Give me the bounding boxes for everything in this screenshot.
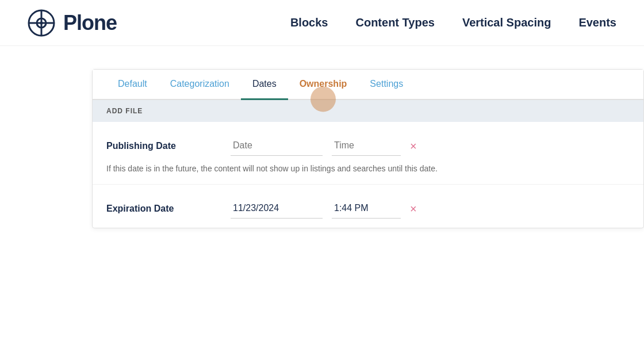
publishing-time-input[interactable]: [332, 136, 401, 156]
tab-settings[interactable]: Settings: [358, 70, 415, 100]
expiration-date-clear-button[interactable]: ×: [405, 201, 421, 217]
header: Plone Blocks Content Types Vertical Spac…: [0, 0, 644, 46]
section-label: ADD FILE: [93, 100, 643, 122]
logo: Plone: [28, 9, 117, 37]
main-nav: Blocks Content Types Vertical Spacing Ev…: [290, 16, 616, 29]
logo-wordmark: Plone: [63, 11, 117, 35]
expiration-time-input[interactable]: [332, 198, 401, 219]
tab-dates[interactable]: Dates: [241, 70, 288, 100]
tab-categorization[interactable]: Categorization: [159, 70, 241, 100]
main-content: Default Categorization Dates Ownership S…: [0, 46, 644, 228]
expiration-date-input[interactable]: [231, 198, 323, 219]
publishing-date-clear-button[interactable]: ×: [405, 138, 421, 154]
nav-item-content-types[interactable]: Content Types: [355, 16, 434, 29]
tab-ownership[interactable]: Ownership: [288, 70, 359, 100]
publishing-date-section: Publishing Date × If this date is in the…: [93, 122, 643, 185]
expiration-date-section: Expiration Date ×: [93, 185, 643, 228]
publishing-date-input[interactable]: [231, 136, 323, 156]
nav-item-blocks[interactable]: Blocks: [290, 16, 328, 29]
edit-card: Default Categorization Dates Ownership S…: [92, 69, 644, 228]
expiration-date-inputs: ×: [231, 198, 630, 219]
expiration-date-label: Expiration Date: [106, 204, 221, 214]
publishing-date-inputs: ×: [231, 136, 630, 156]
publishing-date-row: Publishing Date ×: [106, 136, 630, 156]
tab-bar: Default Categorization Dates Ownership S…: [93, 70, 643, 100]
plone-logo-icon: [28, 9, 55, 37]
nav-item-vertical-spacing[interactable]: Vertical Spacing: [462, 16, 551, 29]
nav-item-events[interactable]: Events: [578, 16, 616, 29]
publishing-date-label: Publishing Date: [106, 141, 221, 151]
expiration-date-row: Expiration Date ×: [106, 198, 630, 219]
tab-default[interactable]: Default: [106, 70, 159, 100]
publishing-date-help-text: If this date is in the future, the conte…: [106, 163, 630, 175]
